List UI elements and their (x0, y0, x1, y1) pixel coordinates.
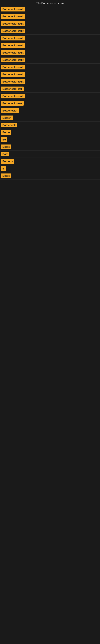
bottleneck-result-badge[interactable]: Bottleneck r (1, 108, 19, 113)
bottleneck-result-badge[interactable]: Bottlens (1, 159, 14, 164)
list-item: Bottleneck result (0, 13, 100, 20)
bottleneck-result-badge[interactable]: Bo (1, 137, 7, 142)
list-item: Bottleneck (0, 122, 100, 129)
rows-container: Bottleneck resultBottleneck resultBottle… (0, 6, 100, 180)
list-item: Bottleneck result (0, 56, 100, 64)
bottleneck-result-badge[interactable]: Bottleneck result (1, 43, 25, 48)
list-item: Bottleneck result (0, 64, 100, 71)
list-item: Bottle (0, 129, 100, 136)
bottleneck-result-badge[interactable]: Bottleneck resu (1, 101, 24, 106)
bottleneck-result-badge[interactable]: Bottle (1, 174, 11, 178)
list-item: B (0, 165, 100, 172)
list-item: Bottleneck r (0, 107, 100, 114)
bottleneck-result-badge[interactable]: Bottleneck result (1, 58, 25, 62)
bottleneck-result-badge[interactable]: Bottleneck result (1, 65, 25, 70)
bottleneck-result-badge[interactable]: Bottleneck (1, 123, 17, 128)
bottleneck-result-badge[interactable]: Bottle (1, 130, 11, 135)
list-item: Bottleneck result (0, 6, 100, 13)
list-item: Bottleneck result (0, 34, 100, 42)
bottleneck-result-badge[interactable]: Bottlen (1, 116, 13, 120)
bottleneck-result-badge[interactable]: Bottleneck result (1, 36, 25, 40)
list-item: Bottle (0, 143, 100, 150)
bottleneck-result-badge[interactable]: B (1, 166, 6, 171)
bottleneck-result-badge[interactable]: Bottleneck result (1, 7, 25, 12)
list-item: Bottleneck result (0, 27, 100, 34)
list-item: Bott (0, 150, 100, 158)
bottleneck-result-badge[interactable]: Bottleneck result (1, 94, 25, 98)
list-item: Bottlen (0, 114, 100, 122)
list-item: Bottlens (0, 158, 100, 165)
page-wrapper: TheBottlenecker.com Bottleneck resultBot… (0, 0, 100, 180)
list-item: Bottleneck result (0, 42, 100, 49)
list-item: Bo (0, 136, 100, 143)
bottleneck-result-badge[interactable]: Bottleneck result (1, 79, 25, 84)
bottleneck-result-badge[interactable]: Bottleneck result (1, 50, 25, 55)
bottleneck-result-badge[interactable]: Bottleneck result (1, 72, 25, 77)
list-item: Bottleneck resu (0, 100, 100, 107)
list-item: Bottleneck resu (0, 85, 100, 92)
site-title: TheBottlenecker.com (0, 0, 100, 6)
bottleneck-result-badge[interactable]: Bottleneck result (1, 21, 25, 26)
list-item: Bottleneck result (0, 92, 100, 100)
bottleneck-result-badge[interactable]: Bott (1, 152, 9, 156)
list-item: Bottleneck result (0, 49, 100, 56)
list-item: Bottleneck result (0, 71, 100, 78)
list-item: Bottle (0, 172, 100, 180)
bottleneck-result-badge[interactable]: Bottleneck result (1, 28, 25, 33)
list-item: Bottleneck result (0, 78, 100, 85)
bottleneck-result-badge[interactable]: Bottle (1, 144, 11, 149)
bottleneck-result-badge[interactable]: Bottleneck result (1, 14, 25, 19)
bottleneck-result-badge[interactable]: Bottleneck resu (1, 86, 24, 91)
list-item: Bottleneck result (0, 20, 100, 27)
